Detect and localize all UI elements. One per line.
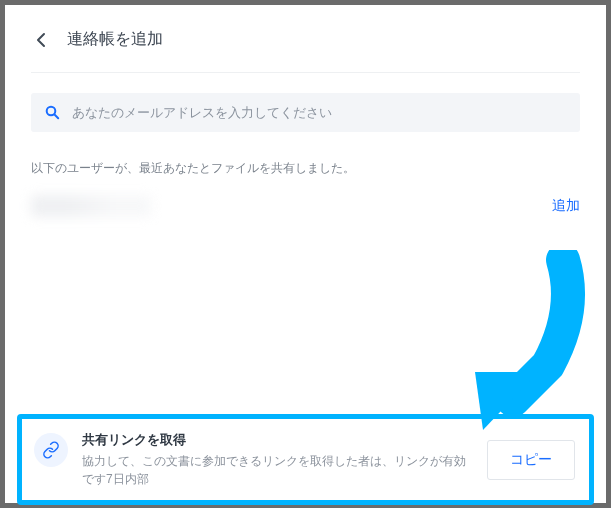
link-icon [42, 441, 60, 459]
recent-share-label: 以下のユーザーが、最近あなたとファイルを共有しました。 [31, 160, 580, 177]
share-link-title: 共有リンクを取得 [82, 431, 473, 449]
divider [31, 72, 580, 73]
share-link-text: 共有リンクを取得 協力して、この文書に参加できるリンクを取得した者は、リンクが有… [82, 431, 473, 488]
search-box[interactable] [31, 93, 580, 132]
add-contact-panel: 連絡帳を追加 以下のユーザーが、最近あなたとファイルを共有しました。 追加 共有… [5, 5, 606, 503]
add-user-button[interactable]: 追加 [552, 197, 580, 215]
chevron-left-icon [36, 32, 46, 48]
page-title: 連絡帳を追加 [67, 29, 163, 50]
recent-user-row: 追加 [31, 191, 580, 223]
panel-header: 連絡帳を追加 [31, 29, 580, 50]
copy-button[interactable]: コピー [487, 440, 575, 480]
back-button[interactable] [31, 30, 51, 50]
user-info-redacted [31, 195, 151, 217]
email-input[interactable] [72, 105, 566, 120]
svg-line-1 [55, 115, 59, 119]
share-link-description: 協力して、この文書に参加できるリンクを取得した者は、リンクが有効です7日内部 [82, 452, 473, 488]
share-link-section: 共有リンクを取得 協力して、この文書に参加できるリンクを取得した者は、リンクが有… [17, 414, 594, 505]
link-icon-wrap [34, 433, 68, 467]
search-icon [45, 105, 60, 120]
